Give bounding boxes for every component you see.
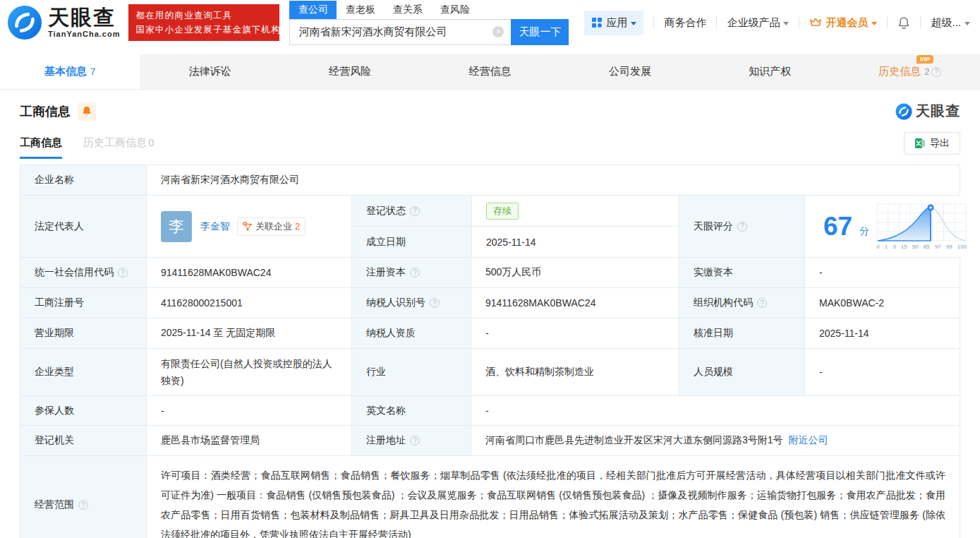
help-icon[interactable]	[737, 222, 747, 232]
search-box: 查公司 查老板 查关系 查风险 天眼一下	[289, 1, 569, 45]
chevron-down-icon	[631, 22, 636, 25]
crown-icon	[809, 17, 822, 28]
table-row: 登记机关 鹿邑县市场监督管理局 注册地址 河南省周口市鹿邑县先进制造业开发区宋河…	[20, 425, 960, 455]
subtab-history-business-info[interactable]: 历史工商信息0	[83, 136, 154, 159]
nearby-companies-link[interactable]: 附近公司	[789, 434, 828, 447]
nav-divider	[653, 17, 654, 28]
score-unit: 分	[859, 225, 869, 238]
tab-count: 7	[90, 66, 95, 77]
tab-label: 公司发展	[609, 65, 651, 78]
nav-account[interactable]: 超级...	[931, 16, 970, 30]
brand-name: 天眼查	[48, 7, 120, 28]
tab-company-development[interactable]: 公司发展	[560, 54, 700, 89]
credit-code-label: 统一社会信用代码	[20, 258, 146, 287]
taxpayer-quality-value: -	[471, 318, 679, 348]
search-button[interactable]: 天眼一下	[511, 19, 569, 45]
top-nav: 应用 商务合作 企业级产品 开通会员 超级...	[584, 11, 970, 35]
nav-notifications[interactable]	[897, 16, 910, 30]
company-name-value: 河南省新宋河酒水商贸有限公司	[146, 165, 960, 195]
brand-domain: TianYanCha.com	[48, 30, 120, 38]
help-icon[interactable]	[430, 298, 440, 308]
status-badge: 存续	[486, 203, 519, 220]
authority-label: 登记机关	[20, 426, 146, 455]
reg-number-value: 411628000215001	[146, 288, 351, 318]
english-name-label: 英文名称	[351, 396, 471, 425]
credit-code-value: 91411628MAK0BWAC24	[146, 258, 351, 287]
company-type-value: 有限责任公司(自然人投资或控股的法人独资)	[146, 349, 351, 395]
approval-date-label: 核准日期	[679, 318, 804, 348]
help-icon[interactable]	[78, 500, 88, 510]
score-distribution-chart: 01 315 5085 9799 100	[876, 203, 967, 250]
term-value: 2025-11-14 至 无固定期限	[146, 318, 351, 348]
help-icon[interactable]	[410, 436, 420, 446]
nav-vip[interactable]: 开通会员	[809, 16, 877, 30]
nav-enterprise-label: 企业级产品	[727, 16, 780, 30]
bell-icon	[897, 16, 910, 30]
table-row: 参保人数 - 英文名称 -	[20, 395, 960, 425]
help-icon[interactable]	[118, 268, 128, 277]
tab-operating-risk[interactable]: 经营风险	[280, 54, 420, 89]
tab-basic-info[interactable]: 基本信息 7	[0, 54, 140, 89]
establish-date-value: 2025-11-14	[471, 227, 679, 257]
tab-label: 经营风险	[329, 65, 371, 78]
excel-icon	[914, 138, 926, 149]
table-row: 营业期限 2025-11-14 至 无固定期限 纳税人资质 - 核准日期 202…	[20, 318, 960, 348]
org-code-value: MAK0BWAC-2	[804, 288, 960, 318]
taxpayer-id-label: 纳税人识别号	[351, 288, 471, 318]
address-label: 注册地址	[351, 426, 471, 455]
search-tab-risk[interactable]: 查风险	[431, 1, 478, 19]
search-tab-boss[interactable]: 查老板	[337, 1, 384, 19]
help-icon[interactable]	[757, 298, 767, 308]
subscribe-bell-button[interactable]	[78, 102, 96, 121]
score-value: 67 分	[804, 196, 976, 257]
watermark-logo: 天眼查	[895, 102, 960, 121]
search-tab-relation[interactable]: 查关系	[384, 1, 431, 19]
export-button[interactable]: 导出	[904, 132, 960, 155]
nav-enterprise[interactable]: 企业级产品	[727, 16, 789, 30]
tab-operating-info[interactable]: 经营信息	[420, 54, 559, 89]
table-row: 企业类型 有限责任公司(自然人投资或控股的法人独资) 行业 酒、饮料和精制茶制造…	[20, 348, 960, 395]
tianyancha-logo[interactable]: 天眼查 TianYanCha.com	[7, 5, 120, 40]
tab-intellectual-property[interactable]: 知识产权	[700, 54, 840, 89]
tianyancha-logo-icon	[895, 103, 912, 120]
org-code-label: 组织机构代码	[679, 288, 804, 318]
subtab-business-info[interactable]: 工商信息	[20, 136, 62, 159]
company-name-label: 企业名称	[20, 165, 146, 195]
search-input-wrap	[289, 19, 511, 45]
tab-legal[interactable]: 法律诉讼	[140, 54, 279, 89]
reg-capital-label: 注册资本	[351, 258, 471, 287]
scope-value: 许可项目：酒类经营；食品互联网销售；食品销售；餐饮服务；烟草制品零售 (依法须经…	[146, 456, 960, 538]
nav-business[interactable]: 商务合作	[664, 16, 706, 30]
help-icon[interactable]	[410, 206, 420, 216]
legal-rep-label: 法定代表人	[20, 196, 146, 257]
taxpayer-id-value: 91411628MAK0BWAC24	[471, 288, 679, 318]
nav-divider	[716, 17, 717, 28]
insured-count-value: -	[146, 396, 351, 425]
search-input[interactable]	[290, 20, 492, 44]
help-icon[interactable]	[931, 67, 941, 77]
industry-value: 酒、饮料和精制茶制造业	[471, 349, 679, 395]
promo-banner: 都在用的商业查询工具 国家中小企业发展子基金旗下机构	[128, 4, 279, 41]
score-label: 天眼评分	[679, 196, 804, 257]
approval-date-value: 2025-11-14	[804, 318, 960, 348]
legal-rep-name-link[interactable]: 李金智	[200, 220, 230, 233]
help-icon[interactable]	[410, 268, 420, 277]
score-number: 67	[823, 213, 852, 239]
related-companies-badge[interactable]: 关联企业 2	[237, 217, 306, 236]
score-axis-ticks: 01 315 5085 9799 100	[876, 244, 967, 250]
clear-search-icon[interactable]	[492, 26, 504, 37]
nav-apps[interactable]: 应用	[584, 11, 643, 35]
tab-history-info[interactable]: 历史信息 VIP 2	[840, 54, 980, 89]
promo-line1: 都在用的商业查询工具	[135, 8, 272, 23]
main-tabbar: 基本信息 7 法律诉讼 经营风险 经营信息 公司发展 知识产权 历史信息 VIP…	[0, 54, 980, 90]
tab-label: 知识产权	[749, 65, 791, 78]
tab-count: 2	[924, 66, 929, 77]
staff-size-value: -	[804, 349, 960, 395]
search-tabs: 查公司 查老板 查关系 查风险	[289, 1, 569, 19]
paid-capital-value: -	[804, 258, 960, 287]
taxpayer-quality-label: 纳税人资质	[351, 318, 471, 348]
english-name-value: -	[471, 396, 960, 425]
search-tab-company[interactable]: 查公司	[289, 1, 337, 19]
address-value: 河南省周口市鹿邑县先进制造业开发区宋河大道东侧同源路3号附1号 附近公司	[471, 426, 960, 455]
legal-rep-avatar[interactable]: 李	[161, 211, 192, 242]
